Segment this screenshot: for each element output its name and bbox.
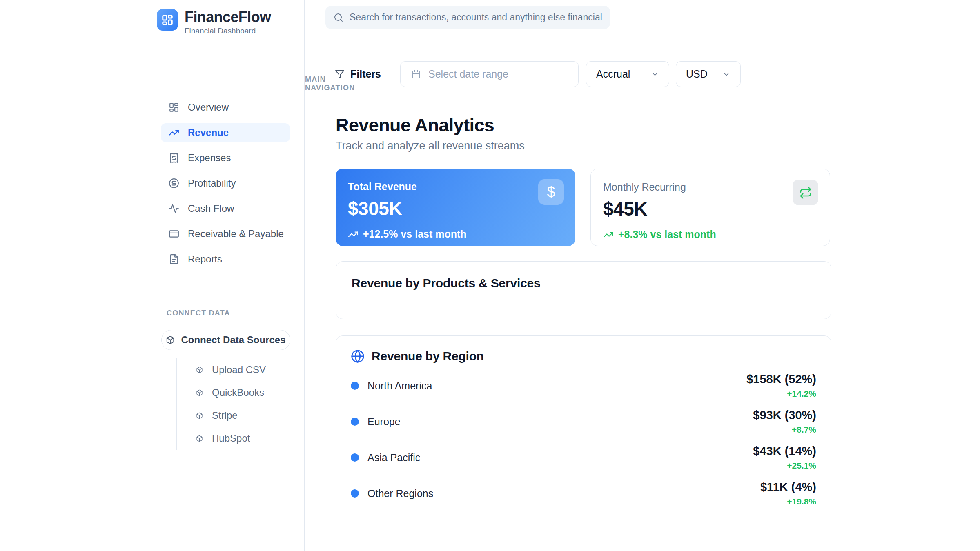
region-name: North America (368, 380, 432, 392)
accounting-basis-value: Accrual (596, 68, 630, 80)
region-name: Other Regions (368, 488, 433, 500)
dollar-icon: $ (538, 179, 564, 205)
region-delta: +25.1% (753, 461, 816, 471)
connect-item-hubspot[interactable]: HubSpot (196, 427, 266, 450)
region-value: $43K (14%) (753, 444, 816, 458)
brand-name: FinanceFlow (185, 9, 271, 25)
stat-delta-text: +8.3% vs last month (618, 229, 716, 240)
circle-dollar-icon (169, 178, 179, 189)
region-value: $11K (4%) (760, 480, 816, 494)
receipt-icon (169, 153, 179, 163)
stat-value: $45K (603, 198, 817, 220)
page-title: Revenue Analytics (336, 115, 980, 136)
stat-value: $305K (348, 198, 563, 220)
stat-cards-row: Total Revenue $305K +12.5% vs last month… (336, 169, 980, 246)
topbar (305, 6, 842, 43)
sidebar: FinanceFlow Financial Dashboard MAIN NAV… (0, 0, 305, 551)
stat-label: Total Revenue (348, 181, 563, 193)
sidebar-item-label: Receivable & Payable (188, 228, 284, 240)
connect-sources-list: Upload CSV QuickBooks Stripe HubSpot (176, 358, 266, 450)
region-row-europe: Europe $93K (30%) +8.7% (351, 407, 816, 436)
connect-item-upload-csv[interactable]: Upload CSV (196, 358, 266, 381)
stat-delta: +12.5% vs last month (348, 228, 563, 240)
region-rows: North America $158K (52%) +14.2% Europe (351, 371, 816, 508)
sidebar-item-label: Expenses (188, 152, 231, 164)
region-delta: +14.2% (746, 389, 816, 399)
connect-button-label: Connect Data Sources (181, 334, 285, 346)
main-navigation: Overview Revenue Expenses Profitability … (161, 98, 290, 269)
total-revenue-card: Total Revenue $305K +12.5% vs last month… (336, 169, 575, 246)
stat-label: Monthly Recurring (603, 181, 817, 193)
revenue-by-products-panel: Revenue by Products & Services (336, 261, 831, 319)
currency-select[interactable]: USD (676, 61, 741, 87)
currency-value: USD (686, 68, 708, 80)
brand-tagline: Financial Dashboard (185, 27, 271, 36)
connect-item-label: Upload CSV (212, 364, 266, 375)
main-area: Filters Select date range Accrual USD Re… (305, 0, 980, 551)
sidebar-item-reports[interactable]: Reports (161, 250, 290, 269)
search-icon (334, 13, 343, 22)
sidebar-item-profitability[interactable]: Profitability (161, 174, 290, 193)
search-input[interactable] (350, 12, 602, 23)
connect-data-sources-button[interactable]: Connect Data Sources (161, 330, 290, 350)
panel-title: Revenue by Region (372, 349, 484, 363)
sidebar-item-label: Cash Flow (188, 203, 234, 214)
connect-item-label: HubSpot (212, 433, 250, 444)
connect-item-quickbooks[interactable]: QuickBooks (196, 381, 266, 404)
sidebar-item-expenses[interactable]: Expenses (161, 149, 290, 167)
cube-icon (196, 367, 203, 373)
global-search[interactable] (325, 6, 610, 29)
region-name: Europe (368, 416, 401, 428)
filters-label: Filters (350, 68, 381, 80)
stat-delta: +8.3% vs last month (603, 229, 817, 240)
accounting-basis-select[interactable]: Accrual (586, 61, 669, 87)
stat-delta-text: +12.5% vs last month (363, 228, 467, 240)
panel-title: Revenue by Products & Services (352, 276, 815, 290)
trending-up-icon (169, 127, 179, 138)
repeat-icon (799, 186, 812, 199)
globe-icon (351, 349, 365, 363)
filters-button[interactable]: Filters (335, 68, 381, 80)
page-content: Revenue Analytics Track and analyze all … (305, 105, 980, 551)
calendar-icon (411, 69, 421, 79)
sidebar-item-overview[interactable]: Overview (161, 98, 290, 117)
region-dot (351, 418, 359, 426)
region-value: $158K (52%) (746, 373, 816, 386)
monthly-recurring-card: Monthly Recurring $45K +8.3% vs last mon… (590, 169, 830, 246)
file-text-icon (169, 254, 179, 264)
region-row-other-regions: Other Regions $11K (4%) +19.8% (351, 479, 816, 508)
sidebar-item-cash-flow[interactable]: Cash Flow (161, 199, 290, 218)
region-value: $93K (30%) (753, 409, 816, 422)
connect-item-label: Stripe (212, 410, 238, 421)
credit-card-icon (169, 229, 179, 239)
region-dot (351, 453, 359, 462)
brand: FinanceFlow Financial Dashboard (157, 9, 271, 36)
cube-icon (196, 435, 203, 442)
date-range-input[interactable]: Select date range (400, 61, 579, 87)
regions-header: Revenue by Region (351, 348, 816, 364)
sidebar-item-receivable-payable[interactable]: Receivable & Payable (161, 224, 290, 243)
connect-item-stripe[interactable]: Stripe (196, 404, 266, 427)
region-dot (351, 382, 359, 390)
chevron-down-icon (722, 70, 731, 78)
app-logo-icon (157, 9, 178, 31)
chevron-down-icon (651, 70, 659, 78)
connect-item-label: QuickBooks (212, 387, 264, 398)
region-name: Asia Pacific (368, 452, 420, 464)
sidebar-item-label: Revenue (188, 127, 229, 138)
cube-icon (196, 412, 203, 419)
region-dot (351, 489, 359, 498)
layout-grid-icon (169, 102, 179, 113)
region-row-asia-pacific: Asia Pacific $43K (14%) +25.1% (351, 443, 816, 472)
region-delta: +19.8% (760, 497, 816, 507)
sidebar-item-label: Profitability (188, 178, 236, 189)
app-root: FinanceFlow Financial Dashboard MAIN NAV… (0, 0, 980, 551)
sidebar-item-revenue[interactable]: Revenue (161, 123, 290, 142)
trending-up-icon (348, 229, 359, 240)
sidebar-item-label: Overview (188, 102, 229, 113)
sidebar-item-label: Reports (188, 253, 222, 265)
connect-section-header: CONNECT DATA (167, 309, 230, 318)
sidebar-divider (0, 48, 304, 48)
revenue-by-region-panel: Revenue by Region North America $158K (5… (336, 335, 831, 551)
region-delta: +8.7% (753, 425, 816, 435)
